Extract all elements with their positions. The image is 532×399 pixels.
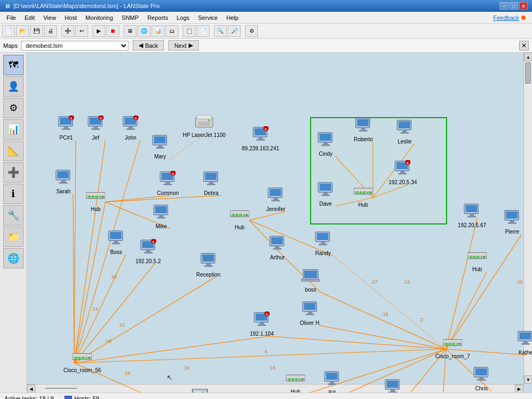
menu-edit[interactable]: Edit: [20, 13, 39, 22]
node-ip1[interactable]: × 89.239.163.241: [242, 125, 279, 151]
node-common[interactable]: × Common: [157, 170, 179, 196]
tb-doc1[interactable]: 📋: [183, 25, 196, 37]
node-hub2[interactable]: Hub: [230, 204, 249, 230]
node-cisco56[interactable]: Cisco_room_56: [63, 347, 101, 373]
node-pierre[interactable]: Pierre: [502, 208, 522, 235]
sidebar-settings-btn[interactable]: ⚙: [3, 98, 24, 118]
node-label-hub5: Hub: [291, 389, 300, 393]
menu-file[interactable]: File: [2, 13, 20, 22]
menu-view[interactable]: View: [39, 13, 61, 22]
node-ip5[interactable]: × 192.1.104: [250, 310, 274, 337]
tb-chart[interactable]: 📊: [152, 25, 164, 37]
tb-undo[interactable]: ↩: [75, 25, 88, 37]
node-label-cindy: Cindy: [319, 151, 333, 157]
node-mary[interactable]: Mary: [150, 133, 170, 159]
node-roberto[interactable]: Roberto: [354, 116, 373, 142]
node-randy[interactable]: Randy: [313, 230, 333, 256]
tb-play[interactable]: ▶: [92, 25, 105, 37]
node-mssql[interactable]: MS_SQL_SERVER: [176, 391, 223, 393]
svg-point-238: [78, 357, 81, 359]
tb-search2[interactable]: 🔎: [228, 25, 241, 37]
node-leslie[interactable]: Leslie: [395, 118, 414, 144]
node-john[interactable]: × John: [121, 114, 140, 141]
svg-text:×: ×: [406, 161, 409, 165]
node-dave[interactable]: Dave: [316, 180, 335, 207]
svg-text:×: ×: [171, 171, 174, 176]
tb-folder[interactable]: 🗂: [166, 25, 178, 37]
node-hub1[interactable]: Hub: [86, 186, 105, 212]
svg-rect-111: [209, 182, 213, 184]
close-button[interactable]: ✕: [519, 2, 528, 10]
node-jef[interactable]: × Jef: [86, 114, 105, 141]
tb-settings[interactable]: ⚙: [245, 25, 258, 37]
sidebar-tool-btn[interactable]: 🔧: [3, 205, 24, 226]
node-label-cisco56: Cisco_room_56: [63, 367, 101, 373]
tb-network[interactable]: 🌐: [138, 25, 150, 37]
menu-service[interactable]: Service: [194, 13, 222, 22]
node-label-sarah: Sarah: [56, 188, 71, 194]
sidebar-stats-btn[interactable]: 📊: [3, 119, 24, 140]
node-hp[interactable]: HP LaserJet 1100: [183, 112, 226, 138]
tb-stop[interactable]: ⏹: [106, 25, 119, 37]
node-ip3[interactable]: × 192.20.5.34: [389, 159, 417, 185]
tb-print[interactable]: 🖨: [44, 25, 57, 37]
menu-logs[interactable]: Logs: [172, 13, 194, 22]
node-sarah[interactable]: Sarah: [54, 168, 73, 194]
node-icon-jennifer: [266, 186, 285, 205]
node-oliverh[interactable]: Oliver H.: [300, 300, 321, 326]
menu-reports[interactable]: Reports: [143, 13, 172, 22]
svg-rect-110: [204, 173, 205, 180]
node-bill[interactable]: Bill: [322, 369, 342, 393]
node-kathe[interactable]: Kathe: [516, 329, 532, 356]
sidebar-add-btn[interactable]: ➕: [3, 162, 24, 183]
node-icon-bill: [322, 369, 342, 389]
sidebar-folder-btn[interactable]: 📁: [3, 227, 24, 247]
sidebar-draw-btn[interactable]: 📐: [3, 141, 24, 161]
menu-monitoring[interactable]: Monitoring: [81, 13, 117, 22]
node-hub5[interactable]: Hub: [286, 368, 305, 393]
sidebar-info-btn[interactable]: ℹ: [3, 184, 24, 204]
sidebar-user-btn[interactable]: 👤: [3, 76, 24, 97]
tb-hosts[interactable]: 🖥: [124, 25, 136, 37]
minimize-button[interactable]: ─: [500, 2, 508, 10]
tb-doc2[interactable]: 📄: [197, 25, 210, 37]
feedback-link[interactable]: Feedback: [493, 14, 530, 21]
canvas-area[interactable]: :10 :12 :18 :11 :16 :18 :7 :17 :16 :13 :…: [27, 53, 532, 393]
svg-rect-148: [271, 237, 283, 244]
node-jacques[interactable]: Jacques: [383, 378, 402, 393]
node-chris[interactable]: Chris: [472, 365, 491, 391]
menu-snmp[interactable]: SNMP: [117, 13, 143, 22]
node-boss[interactable]: Boss: [106, 229, 126, 255]
node-ip4[interactable]: 192.20.5.67: [458, 202, 486, 228]
node-jennifer[interactable]: Jennifer: [266, 186, 285, 212]
panel-close-button[interactable]: ✕: [519, 41, 529, 50]
tb-add[interactable]: ➕: [61, 25, 74, 37]
svg-rect-262: [479, 377, 484, 379]
node-debra[interactable]: Debra: [202, 170, 221, 196]
node-cisco7[interactable]: Cisco_room_7: [435, 333, 470, 359]
back-button[interactable]: ◀ Back: [133, 40, 164, 50]
node-mike[interactable]: Mike: [152, 203, 171, 229]
sidebar-map-btn[interactable]: 🗺: [3, 55, 24, 75]
maximize-button[interactable]: □: [509, 2, 518, 10]
next-button[interactable]: Next ▶: [168, 40, 199, 50]
tb-search1[interactable]: 🔍: [214, 25, 227, 37]
menu-host[interactable]: Host: [60, 13, 81, 22]
svg-rect-119: [231, 211, 249, 214]
menu-help[interactable]: Help: [222, 13, 243, 22]
node-arthur[interactable]: Arthur: [268, 234, 287, 260]
node-reception[interactable]: Reception: [196, 251, 220, 278]
sidebar-globe-btn[interactable]: 🌐: [3, 248, 24, 269]
node-ip2[interactable]: × 192.20.5.2: [135, 238, 161, 264]
node-hub3[interactable]: Hub: [354, 182, 373, 208]
node-hub4[interactable]: Hub: [468, 246, 487, 272]
tb-open[interactable]: 📂: [16, 25, 29, 37]
node-label-pierre: Pierre: [505, 229, 520, 235]
tb-save[interactable]: 💾: [30, 25, 43, 37]
svg-point-100: [102, 196, 103, 198]
maps-dropdown[interactable]: demobest.lsm: [21, 41, 128, 50]
node-pc1[interactable]: × PC#1: [56, 114, 76, 141]
node-boss2[interactable]: boss: [301, 266, 320, 293]
tb-new[interactable]: 📄: [2, 25, 15, 37]
node-cindy[interactable]: Cindy: [316, 130, 335, 157]
